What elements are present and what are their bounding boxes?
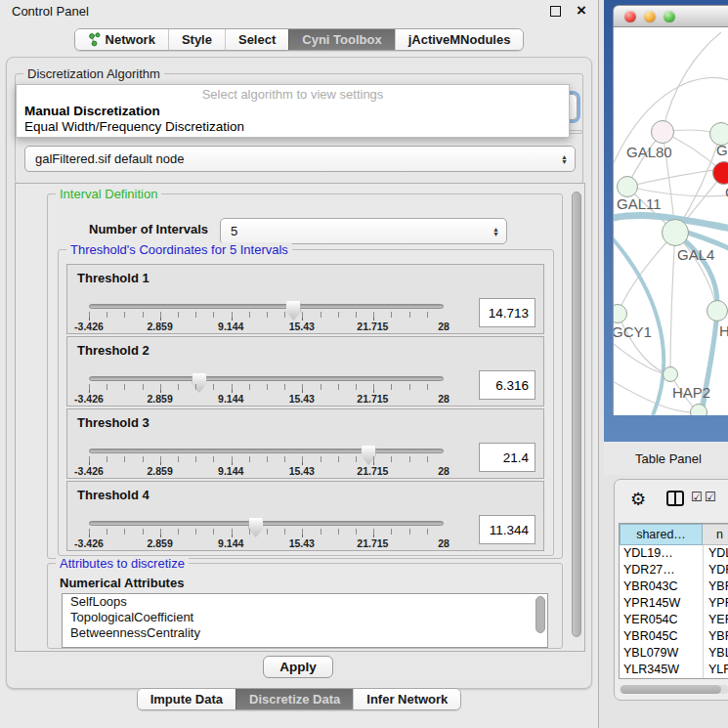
table-row[interactable]: YPR145WYPR1: [620, 595, 728, 612]
bottom-tab-impute-data[interactable]: Impute Data: [138, 689, 236, 709]
cell-shared-name: YER054C: [620, 612, 703, 628]
settings-scrollbar[interactable]: [572, 190, 582, 643]
threshold-value-input[interactable]: [479, 370, 535, 400]
slider-track[interactable]: [89, 449, 444, 453]
network-node-gal4[interactable]: [662, 219, 689, 246]
slider-track[interactable]: [89, 521, 444, 526]
tick-label: 15.43: [289, 321, 315, 332]
slider-tick-labels: -3.4262.8599.14415.4321.71528: [89, 393, 444, 405]
tick-label: 9.144: [218, 537, 243, 549]
numerical-attributes-list[interactable]: SelfLoopsTopologicalCoefficientBetweenne…: [62, 593, 548, 648]
threshold-value-input[interactable]: [479, 515, 535, 544]
checkbox-checked-icon[interactable]: ☑: [705, 491, 716, 504]
cell-shared-name: YDR27…: [620, 562, 703, 578]
threshold-slider: -3.4262.8599.14415.4321.71528: [89, 265, 444, 335]
slider-minor-ticks: [89, 312, 445, 318]
attributes-scrollbar[interactable]: [535, 595, 546, 646]
cell-name: YLR3: [703, 662, 728, 678]
cell-shared-name: YLR345W: [620, 662, 703, 678]
tick-label: 2.859: [147, 537, 172, 549]
slider-minor-ticks: [89, 456, 445, 462]
scrollbar-thumb[interactable]: [572, 192, 581, 637]
network-node-h[interactable]: [707, 300, 728, 321]
checkbox-checked-icon[interactable]: ☑: [691, 491, 703, 504]
threshold-slider: -3.4262.8599.14415.4321.71528: [89, 482, 444, 552]
algorithm-option[interactable]: Manual Discretization: [17, 104, 569, 119]
threshold-panel: Threshold 4 -3.4262.8599.14415.4321.7152…: [66, 481, 544, 551]
tab-label: Style: [182, 32, 212, 47]
threshold-panel: Threshold 3 -3.4262.8599.14415.4321.7152…: [66, 408, 544, 479]
threshold-value-input[interactable]: [479, 443, 535, 472]
node-table: shared… n YDL19…YDL1YDR27…YDR2YBR043CYBR…: [619, 523, 728, 679]
slider-track[interactable]: [89, 376, 444, 381]
slider-track[interactable]: [89, 304, 444, 309]
close-icon[interactable]: ×: [577, 6, 586, 16]
table-row[interactable]: YBR045CYBR0: [620, 628, 728, 645]
top-tabs-pill: NetworkStyleSelectCyni ToolboxjActiveMNo…: [74, 28, 525, 51]
threshold-slider: -3.4262.8599.14415.4321.71528: [89, 409, 444, 480]
scrollbar-thumb[interactable]: [621, 685, 721, 694]
table-panel: ⚙ ☑ ☑ shared… n YDL19…YDL1YDR27…YDR2YBR0…: [614, 479, 728, 701]
algorithm-dropdown-popup: Select algorithm to view settings Manual…: [16, 84, 570, 138]
cell-name: YBR0: [703, 578, 728, 595]
network-view-window: GAL80GCGAL11GAL4GCY1HHAP2: [613, 5, 728, 415]
table-panel-toolbar: ⚙ ☑ ☑: [615, 486, 728, 515]
tab-style[interactable]: Style: [168, 29, 225, 50]
column-header-shared-name[interactable]: shared…: [620, 524, 703, 545]
tick-label: 28: [438, 393, 450, 405]
gear-icon[interactable]: ⚙: [630, 488, 646, 511]
table-horizontal-scrollbar[interactable]: [620, 685, 728, 694]
tab-jactivemnodules[interactable]: jActiveMNodules: [395, 29, 524, 50]
network-node-gal80[interactable]: [651, 120, 674, 144]
attribute-list-item[interactable]: SelfLoops: [63, 594, 547, 610]
tab-cyni-toolbox[interactable]: Cyni Toolbox: [288, 29, 394, 50]
zoom-traffic-light-icon[interactable]: [664, 11, 675, 22]
float-window-icon[interactable]: [550, 6, 561, 17]
bottom-tab-infer-network[interactable]: Infer Network: [353, 689, 460, 709]
apply-button[interactable]: Apply: [263, 656, 333, 678]
tick-label: 9.144: [218, 465, 243, 477]
minimize-traffic-light-icon[interactable]: [644, 11, 656, 22]
tick-label: 21.715: [357, 393, 388, 405]
node-label: GCY1: [613, 323, 652, 340]
tick-label: 21.715: [357, 537, 388, 549]
settings-scrollpane: Interval Definition Number of Intervals …: [15, 183, 585, 652]
table-row[interactable]: YBL079WYBL0: [620, 645, 728, 662]
tick-label: 28: [438, 465, 450, 477]
interval-definition-group: Interval Definition Number of Intervals …: [47, 193, 563, 559]
tab-network[interactable]: Network: [75, 29, 168, 50]
algorithm-group-title: Discretization Algorithm: [23, 66, 164, 81]
tab-select[interactable]: Select: [225, 29, 288, 50]
bottom-tab-discretize-data[interactable]: Discretize Data: [236, 689, 353, 709]
tick-label: 15.43: [289, 393, 315, 405]
algorithm-option[interactable]: Equal Width/Frequency Discretization: [17, 119, 569, 135]
network-node-hap2[interactable]: [663, 366, 678, 382]
tick-label: 2.859: [147, 393, 172, 405]
attribute-list-item[interactable]: TopologicalCoefficient: [63, 610, 547, 625]
number-of-intervals-select[interactable]: 5 ▲▼: [220, 218, 507, 244]
table-row[interactable]: YLR345WYLR3: [620, 662, 728, 678]
control-panel-window: Control Panel × NetworkStyleSelectCyni T…: [0, 0, 599, 728]
tab-label: Cyni Toolbox: [302, 32, 381, 47]
table-row[interactable]: YDL19…YDL1: [620, 545, 728, 562]
table-data-selected-value: galFiltered.sif default node: [35, 151, 184, 166]
attributes-group: Attributes to discretize Numerical Attri…: [47, 563, 563, 649]
scrollbar-thumb[interactable]: [535, 596, 545, 633]
table-row[interactable]: YDR27…YDR2: [620, 562, 728, 578]
network-icon: [88, 32, 101, 47]
close-traffic-light-icon[interactable]: [624, 11, 636, 22]
threshold-panel: Threshold 1 -3.4262.8599.14415.4321.7152…: [66, 264, 544, 334]
network-canvas[interactable]: GAL80GCGAL11GAL4GCY1HHAP2: [613, 27, 728, 415]
tick-label: 9.144: [218, 321, 243, 332]
columns-icon[interactable]: [666, 491, 684, 506]
column-header-name[interactable]: n: [703, 524, 728, 545]
network-node-gal11[interactable]: [617, 176, 638, 197]
attribute-list-item[interactable]: BetweennessCentrality: [63, 625, 547, 641]
table-row[interactable]: YBR043CYBR0: [620, 578, 728, 595]
combo-arrows-icon: ▲▼: [492, 227, 499, 236]
node-label: GAL11: [617, 195, 662, 212]
table-row[interactable]: YER054CYER0: [620, 612, 728, 628]
network-node[interactable]: [690, 404, 707, 415]
threshold-value-input[interactable]: [479, 298, 535, 327]
table-data-select[interactable]: galFiltered.sif default node ▲▼: [24, 146, 576, 172]
